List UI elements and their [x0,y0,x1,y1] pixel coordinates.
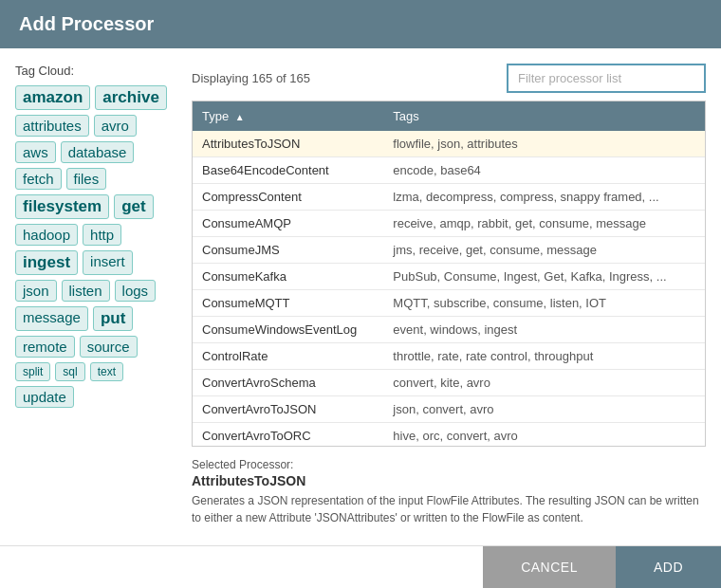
processor-type: ConsumeJMS [193,237,383,264]
selected-processor-name: AttributesToJSON [192,473,706,488]
table-row[interactable]: Base64EncodeContentencode, base64 [193,157,705,184]
processor-type: AttributesToJSON [193,131,383,157]
processor-table-container[interactable]: Type ▲ Tags AttributesToJSONflowfile, js… [192,101,706,447]
processor-tags: flowfile, json, attributes [383,131,705,157]
tag-cloud-section: Tag Cloud: amazonarchiveattributesavroaw… [15,64,176,530]
tag-fetch[interactable]: fetch [15,168,62,190]
main-section: Displaying 165 of 165 Type ▲ Tags Attrib… [192,64,706,530]
processor-type: ControlRate [193,343,383,370]
displaying-count: Displaying 165 of 165 [192,71,310,85]
tag-sql[interactable]: sql [55,362,84,381]
tag-update[interactable]: update [15,386,74,408]
processor-tags: receive, amqp, rabbit, get, consume, mes… [383,211,705,237]
tag-put[interactable]: put [93,306,133,331]
cancel-button[interactable]: CANCEL [483,546,616,588]
tag-get[interactable]: get [114,194,154,219]
top-bar: Displaying 165 of 165 [192,64,706,93]
tag-aws[interactable]: aws [15,141,56,163]
processor-tags: throttle, rate, rate control, throughput [383,343,705,370]
processor-type: Base64EncodeContent [193,157,383,184]
processor-type: ConsumeWindowsEventLog [193,317,383,343]
tag-source[interactable]: source [80,336,138,358]
tag-listen[interactable]: listen [62,280,110,302]
tag-attributes[interactable]: attributes [15,115,89,137]
table-row[interactable]: ConvertAvroSchemaconvert, kite, avro [193,370,705,396]
tag-http[interactable]: http [83,224,121,246]
filter-input[interactable] [507,64,706,93]
tag-text[interactable]: text [90,362,123,381]
processor-tags: encode, base64 [383,157,705,184]
processor-type: ConvertAvroToORC [193,423,383,448]
table-row[interactable]: ConvertAvroToJSONjson, convert, avro [193,396,705,423]
tag-filesystem[interactable]: filesystem [15,194,109,219]
processor-tags: jms, receive, get, consume, message [383,237,705,264]
tag-amazon[interactable]: amazon [15,85,90,110]
table-row[interactable]: ConsumeJMSjms, receive, get, consume, me… [193,237,705,264]
table-row[interactable]: ControlRatethrottle, rate, rate control,… [193,343,705,370]
table-row[interactable]: ConsumeWindowsEventLogevent, windows, in… [193,317,705,343]
tags-column-header: Tags [383,101,705,131]
table-body: AttributesToJSONflowfile, json, attribut… [193,131,705,447]
processor-tags: MQTT, subscribe, consume, listen, IOT [383,290,705,317]
processor-tags: event, windows, ingest [383,317,705,343]
tag-logs[interactable]: logs [115,280,157,302]
table-header-row: Type ▲ Tags [193,101,705,131]
add-button[interactable]: ADD [616,546,721,588]
tag-cloud-label: Tag Cloud: [15,64,176,78]
selected-processor-description: Generates a JSON representation of the i… [192,492,706,526]
tag-archive[interactable]: archive [95,85,167,110]
tag-split[interactable]: split [15,362,50,381]
tag-database[interactable]: database [61,141,135,163]
selected-section: Selected Processor: AttributesToJSON Gen… [192,454,706,530]
modal-header: Add Processor [0,0,721,48]
tag-remote[interactable]: remote [15,336,75,358]
tag-cloud: amazonarchiveattributesavroawsdatabasefe… [15,85,176,408]
table-row[interactable]: CompressContentlzma, decompress, compres… [193,184,705,211]
table-row[interactable]: ConvertAvroToORChive, orc, convert, avro [193,423,705,448]
tag-ingest[interactable]: ingest [15,250,78,275]
type-column-header[interactable]: Type ▲ [193,101,383,131]
processor-table: Type ▲ Tags AttributesToJSONflowfile, js… [193,101,705,447]
table-row[interactable]: ConsumeKafkaPubSub, Consume, Ingest, Get… [193,264,705,290]
selected-label: Selected Processor: [192,458,706,471]
processor-tags: json, convert, avro [383,396,705,423]
tag-json[interactable]: json [15,280,57,302]
processor-type: ConvertAvroSchema [193,370,383,396]
processor-type: ConsumeMQTT [193,290,383,317]
tag-message[interactable]: message [15,306,88,331]
processor-tags: convert, kite, avro [383,370,705,396]
processor-type: ConsumeAMQP [193,211,383,237]
tag-avro[interactable]: avro [94,115,137,137]
processor-type: CompressContent [193,184,383,211]
tag-insert[interactable]: insert [83,250,133,275]
table-row[interactable]: ConsumeAMQPreceive, amqp, rabbit, get, c… [193,211,705,237]
processor-tags: lzma, decompress, compress, snappy frame… [383,184,705,211]
modal-footer: CANCEL ADD [0,545,721,588]
table-row[interactable]: ConsumeMQTTMQTT, subscribe, consume, lis… [193,290,705,317]
table-row[interactable]: AttributesToJSONflowfile, json, attribut… [193,131,705,157]
tag-files[interactable]: files [66,168,107,190]
modal-body: Tag Cloud: amazonarchiveattributesavroaw… [0,48,721,545]
tag-hadoop[interactable]: hadoop [15,224,78,246]
sort-icon: ▲ [235,112,245,122]
add-processor-modal: Add Processor Tag Cloud: amazonarchiveat… [0,0,721,588]
processor-type: ConvertAvroToJSON [193,396,383,423]
processor-tags: hive, orc, convert, avro [383,423,705,448]
modal-title: Add Processor [19,13,154,34]
processor-type: ConsumeKafka [193,264,383,290]
processor-tags: PubSub, Consume, Ingest, Get, Kafka, Ing… [383,264,705,290]
